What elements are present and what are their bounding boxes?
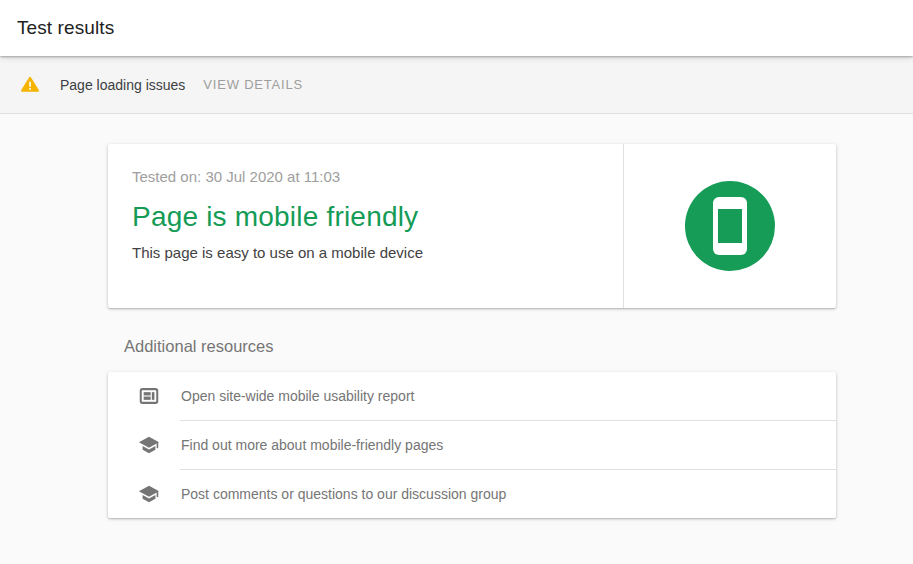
verdict-description: This page is easy to use on a mobile dev… [132, 244, 599, 261]
resources-heading: Additional resources [124, 337, 913, 356]
discussion-school-icon [138, 483, 160, 505]
warning-bar: Page loading issues VIEW DETAILS [0, 56, 913, 114]
page-title: Test results [17, 17, 114, 39]
view-details-link[interactable]: VIEW DETAILS [203, 77, 303, 92]
result-card: Tested on: 30 Jul 2020 at 11:03 Page is … [108, 144, 836, 308]
main-content: Tested on: 30 Jul 2020 at 11:03 Page is … [0, 114, 913, 518]
resources-card: Open site-wide mobile usability report F… [108, 372, 836, 518]
resource-item-usability-report[interactable]: Open site-wide mobile usability report [108, 372, 836, 420]
status-panel [623, 144, 836, 308]
resource-item-learn-more[interactable]: Find out more about mobile-friendly page… [108, 421, 836, 469]
warning-message: Page loading issues [60, 77, 185, 93]
result-summary: Tested on: 30 Jul 2020 at 11:03 Page is … [108, 144, 623, 308]
resource-item-label: Open site-wide mobile usability report [181, 388, 414, 404]
usability-report-icon [138, 385, 160, 407]
mobile-phone-icon [713, 197, 747, 255]
mobile-friendly-badge [685, 181, 775, 271]
resource-item-label: Post comments or questions to our discus… [181, 486, 506, 502]
app-header: Test results [0, 0, 913, 56]
warning-triangle-icon [20, 75, 40, 95]
resource-item-label: Find out more about mobile-friendly page… [181, 437, 443, 453]
learn-school-icon [138, 434, 160, 456]
verdict-title: Page is mobile friendly [132, 201, 599, 233]
tested-on-timestamp: Tested on: 30 Jul 2020 at 11:03 [132, 168, 599, 185]
resource-item-discussion-group[interactable]: Post comments or questions to our discus… [108, 470, 836, 518]
